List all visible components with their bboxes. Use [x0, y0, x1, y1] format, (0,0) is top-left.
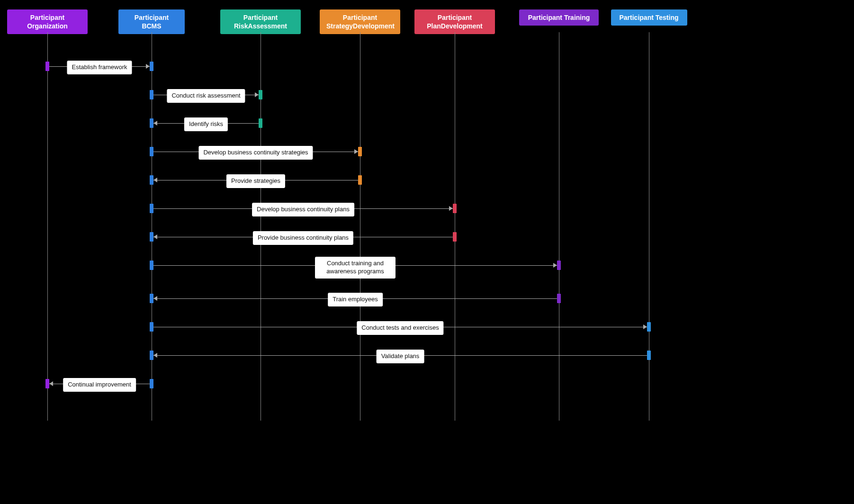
activation-bcms-5	[150, 204, 153, 213]
activation-organization-11	[45, 379, 49, 388]
arrowhead-10	[153, 353, 157, 358]
activation-bcms-9	[150, 322, 153, 332]
arrowhead-9	[643, 324, 647, 329]
lifeline-plan	[455, 32, 455, 421]
arrowhead-7	[553, 263, 557, 268]
activation-bcms-3	[150, 147, 153, 156]
activation-bcms-1	[150, 90, 153, 99]
activation-bcms-7	[150, 261, 153, 270]
activation-plan-6	[453, 232, 457, 242]
participant-strategy: ParticipantStrategyDevelopment	[320, 9, 400, 34]
participant-risk: ParticipantRiskAssessment	[220, 9, 301, 34]
message-label-0: Establish framework	[67, 61, 132, 74]
activation-bcms-11	[150, 379, 153, 388]
activation-training-8	[557, 294, 561, 303]
participant-testing: Participant Testing	[611, 9, 687, 26]
arrowhead-2	[153, 121, 157, 126]
activation-bcms-4	[150, 175, 153, 185]
message-label-5: Develop business continuity plans	[252, 203, 354, 216]
lifeline-testing	[649, 32, 649, 421]
activation-risk-1	[259, 90, 262, 99]
message-label-3: Develop business continuity strategies	[198, 146, 313, 160]
message-label-9: Conduct tests and exercises	[357, 321, 443, 335]
participant-plan: ParticipantPlanDevelopment	[414, 9, 495, 34]
activation-bcms-10	[150, 351, 153, 360]
arrowhead-1	[255, 92, 259, 97]
activation-bcms-2	[150, 118, 153, 128]
activation-bcms-8	[150, 294, 153, 303]
participant-training: Participant Training	[519, 9, 599, 26]
activation-bcms-6	[150, 232, 153, 242]
arrowhead-3	[354, 149, 358, 154]
message-label-7: Conduct training andawareness programs	[315, 257, 396, 279]
message-label-10: Validate plans	[377, 350, 424, 363]
message-label-8: Train employees	[328, 293, 383, 306]
activation-testing-9	[647, 322, 651, 332]
arrowhead-11	[49, 381, 53, 386]
arrowhead-5	[449, 206, 453, 211]
message-label-6: Provide business continuity plans	[253, 231, 353, 245]
arrowhead-0	[146, 64, 150, 69]
message-label-1: Conduct risk assessment	[167, 89, 245, 103]
message-label-2: Identify risks	[184, 117, 228, 131]
activation-testing-10	[647, 351, 651, 360]
arrowhead-6	[153, 234, 157, 239]
activation-bcms-0	[150, 62, 153, 71]
activation-organization-0	[45, 62, 49, 71]
message-label-4: Provide strategies	[226, 174, 285, 188]
arrowhead-8	[153, 296, 157, 301]
lifeline-organization	[47, 32, 48, 421]
participant-organization: ParticipantOrganization	[7, 9, 88, 34]
lifeline-strategy	[360, 32, 360, 421]
activation-plan-5	[453, 204, 457, 213]
activation-risk-2	[259, 118, 262, 128]
participant-bcms: Participant BCMS	[118, 9, 185, 34]
message-label-11: Continual improvement	[63, 378, 136, 392]
activation-training-7	[557, 261, 561, 270]
activation-strategy-3	[358, 147, 362, 156]
arrowhead-4	[153, 178, 157, 182]
sequence-diagram: ParticipantOrganizationParticipant BCMSP…	[9, 9, 692, 426]
lifeline-training	[559, 32, 559, 421]
activation-strategy-4	[358, 175, 362, 185]
